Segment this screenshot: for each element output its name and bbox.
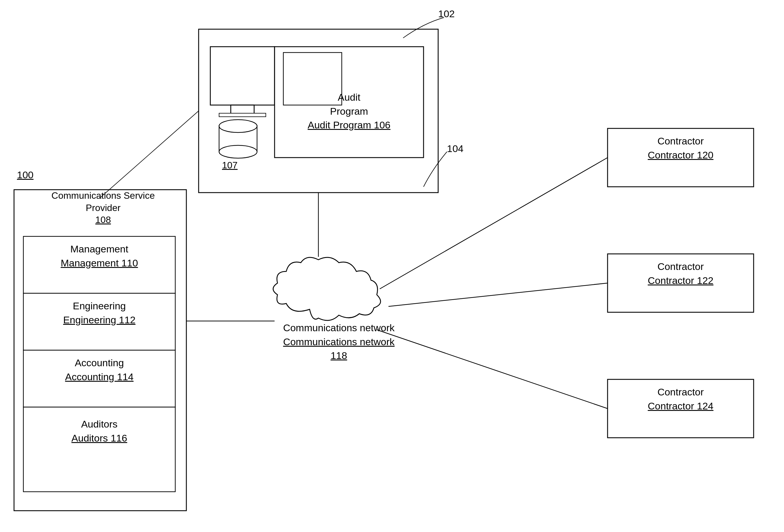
ref-104-label: 104 (447, 143, 464, 154)
contractor-122-label: Contractor Contractor 122 (608, 260, 754, 288)
ref-100-label: 100 (17, 169, 34, 181)
svg-line-22 (99, 111, 199, 199)
contractor-120-ref: Contractor 120 (648, 149, 713, 160)
svg-point-5 (219, 120, 257, 132)
csp-text: Communications ServiceProvider (51, 190, 155, 213)
contractor-124-label: Contractor Contractor 124 (608, 385, 754, 413)
contractor-124-ref: Contractor 124 (648, 401, 713, 412)
contractor-124-text: Contractor (657, 386, 704, 397)
ref-102-label: 102 (438, 8, 455, 20)
comm-network-label: Communications network Communications ne… (275, 321, 403, 363)
management-label: Management Management 110 (23, 242, 175, 270)
csp-label: Communications ServiceProvider 108 (17, 190, 189, 226)
engineering-text: Engineering (73, 300, 125, 312)
comm-network-ref: Communications network 118 (283, 336, 395, 361)
auditors-text: Auditors (81, 418, 118, 430)
svg-point-6 (219, 145, 257, 158)
accounting-label: Accounting Accounting 114 (23, 356, 175, 384)
svg-line-20 (389, 283, 608, 306)
auditors-ref: Auditors 116 (72, 433, 128, 444)
svg-rect-2 (231, 105, 254, 114)
comm-network-text: Communications network (283, 322, 395, 333)
ref-107-label: 107 (222, 160, 237, 171)
management-text: Management (71, 243, 128, 255)
management-ref: Management 110 (61, 257, 138, 268)
contractor-120-text: Contractor (657, 136, 704, 147)
contractor-122-text: Contractor (657, 261, 704, 272)
csp-ref: 108 (95, 214, 111, 225)
engineering-label: Engineering Engineering 112 (23, 299, 175, 327)
svg-rect-3 (219, 113, 266, 117)
audit-program-text: AuditProgram (330, 92, 368, 117)
auditors-label: Auditors Auditors 116 (23, 417, 175, 445)
svg-line-21 (377, 330, 608, 409)
audit-program-ref: Audit Program 106 (308, 119, 391, 130)
engineering-ref: Engineering 112 (63, 314, 136, 325)
accounting-ref: Accounting 114 (65, 371, 134, 382)
accounting-text: Accounting (75, 357, 124, 368)
svg-rect-1 (210, 47, 275, 105)
diagram-container: 102 100 Communications ServiceProvider 1… (0, 0, 784, 532)
contractor-120-label: Contractor Contractor 120 (608, 134, 754, 162)
contractor-122-ref: Contractor 122 (648, 275, 713, 286)
audit-program-label: AuditProgram Audit Program 106 (275, 90, 424, 132)
